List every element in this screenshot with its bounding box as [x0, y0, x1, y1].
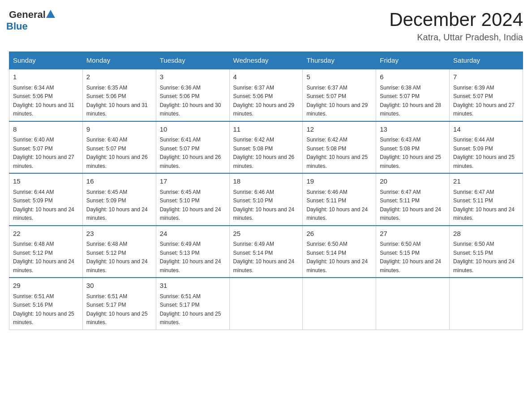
- day-info: Sunrise: 6:50 AMSunset: 5:14 PMDaylight:…: [306, 241, 368, 274]
- calendar-week-row: 29 Sunrise: 6:51 AMSunset: 5:16 PMDaylig…: [9, 278, 523, 330]
- calendar-day-cell: 19 Sunrise: 6:46 AMSunset: 5:11 PMDaylig…: [303, 173, 376, 226]
- calendar-day-cell: 29 Sunrise: 6:51 AMSunset: 5:16 PMDaylig…: [9, 278, 83, 330]
- day-info: Sunrise: 6:47 AMSunset: 5:11 PMDaylight:…: [453, 189, 515, 222]
- day-number: 18: [233, 176, 299, 187]
- day-number: 30: [86, 281, 152, 291]
- day-number: 13: [380, 124, 446, 135]
- day-number: 9: [86, 124, 152, 135]
- calendar-day-cell: 31 Sunrise: 6:51 AMSunset: 5:17 PMDaylig…: [156, 278, 229, 330]
- day-info: Sunrise: 6:50 AMSunset: 5:15 PMDaylight:…: [380, 241, 441, 274]
- calendar-day-cell: 30 Sunrise: 6:51 AMSunset: 5:17 PMDaylig…: [82, 278, 156, 330]
- day-info: Sunrise: 6:40 AMSunset: 5:07 PMDaylight:…: [13, 137, 74, 169]
- day-number: 12: [306, 124, 372, 135]
- day-info: Sunrise: 6:34 AMSunset: 5:06 PMDaylight:…: [13, 85, 74, 117]
- day-info: Sunrise: 6:41 AMSunset: 5:07 PMDaylight:…: [160, 137, 221, 169]
- calendar-day-cell: 5 Sunrise: 6:37 AMSunset: 5:07 PMDayligh…: [303, 69, 376, 121]
- day-number: 11: [233, 124, 299, 135]
- day-info: Sunrise: 6:44 AMSunset: 5:09 PMDaylight:…: [13, 189, 74, 222]
- day-info: Sunrise: 6:51 AMSunset: 5:16 PMDaylight:…: [13, 293, 74, 326]
- calendar-day-cell: 7 Sunrise: 6:39 AMSunset: 5:07 PMDayligh…: [450, 69, 523, 121]
- day-info: Sunrise: 6:42 AMSunset: 5:08 PMDaylight:…: [306, 137, 368, 169]
- page-header: General Blue December 2024 Katra, Uttar …: [9, 9, 523, 43]
- day-info: Sunrise: 6:37 AMSunset: 5:07 PMDaylight:…: [306, 85, 368, 117]
- day-number: 4: [233, 72, 299, 82]
- calendar-day-cell: 17 Sunrise: 6:45 AMSunset: 5:10 PMDaylig…: [156, 173, 229, 226]
- day-info: Sunrise: 6:40 AMSunset: 5:07 PMDaylight:…: [86, 137, 148, 169]
- day-number: 22: [13, 229, 79, 239]
- day-of-week-header: Wednesday: [229, 52, 303, 69]
- calendar-day-cell: 14 Sunrise: 6:44 AMSunset: 5:09 PMDaylig…: [450, 121, 523, 174]
- day-info: Sunrise: 6:47 AMSunset: 5:11 PMDaylight:…: [380, 189, 441, 222]
- day-number: 26: [306, 229, 372, 239]
- day-info: Sunrise: 6:49 AMSunset: 5:13 PMDaylight:…: [160, 241, 221, 274]
- day-number: 16: [86, 176, 152, 187]
- day-info: Sunrise: 6:36 AMSunset: 5:06 PMDaylight:…: [160, 85, 221, 117]
- calendar-day-cell: 3 Sunrise: 6:36 AMSunset: 5:06 PMDayligh…: [156, 69, 229, 121]
- calendar-header-row: SundayMondayTuesdayWednesdayThursdayFrid…: [9, 52, 523, 69]
- day-info: Sunrise: 6:49 AMSunset: 5:14 PMDaylight:…: [233, 241, 295, 274]
- calendar-week-row: 1 Sunrise: 6:34 AMSunset: 5:06 PMDayligh…: [9, 69, 523, 121]
- calendar-day-cell: 18 Sunrise: 6:46 AMSunset: 5:10 PMDaylig…: [229, 173, 303, 226]
- calendar-day-cell: 24 Sunrise: 6:49 AMSunset: 5:13 PMDaylig…: [156, 226, 229, 278]
- calendar-day-cell: 1 Sunrise: 6:34 AMSunset: 5:06 PMDayligh…: [9, 69, 83, 121]
- calendar-day-cell: 16 Sunrise: 6:45 AMSunset: 5:09 PMDaylig…: [82, 173, 156, 226]
- day-of-week-header: Thursday: [303, 52, 376, 69]
- day-info: Sunrise: 6:44 AMSunset: 5:09 PMDaylight:…: [453, 137, 515, 169]
- logo-blue-text: Blue: [6, 21, 56, 32]
- day-number: 28: [453, 229, 519, 239]
- calendar-day-cell: 6 Sunrise: 6:38 AMSunset: 5:07 PMDayligh…: [376, 69, 450, 121]
- day-number: 15: [13, 176, 79, 187]
- day-number: 21: [453, 176, 519, 187]
- svg-marker-0: [46, 10, 55, 18]
- day-of-week-header: Tuesday: [156, 52, 229, 69]
- calendar-day-cell: 13 Sunrise: 6:43 AMSunset: 5:08 PMDaylig…: [376, 121, 450, 174]
- day-number: 24: [160, 229, 226, 239]
- calendar-day-cell: 20 Sunrise: 6:47 AMSunset: 5:11 PMDaylig…: [376, 173, 450, 226]
- day-info: Sunrise: 6:51 AMSunset: 5:17 PMDaylight:…: [86, 293, 148, 326]
- day-info: Sunrise: 6:48 AMSunset: 5:12 PMDaylight:…: [86, 241, 148, 274]
- day-info: Sunrise: 6:51 AMSunset: 5:17 PMDaylight:…: [160, 293, 221, 326]
- day-number: 27: [380, 229, 446, 239]
- day-info: Sunrise: 6:46 AMSunset: 5:10 PMDaylight:…: [233, 189, 295, 222]
- calendar-day-cell: 22 Sunrise: 6:48 AMSunset: 5:12 PMDaylig…: [9, 226, 83, 278]
- calendar-subtitle: Katra, Uttar Pradesh, India: [389, 32, 523, 43]
- day-number: 6: [380, 72, 446, 82]
- day-info: Sunrise: 6:42 AMSunset: 5:08 PMDaylight:…: [233, 137, 295, 169]
- day-number: 1: [13, 72, 79, 82]
- calendar-week-row: 22 Sunrise: 6:48 AMSunset: 5:12 PMDaylig…: [9, 226, 523, 278]
- calendar-day-cell: 15 Sunrise: 6:44 AMSunset: 5:09 PMDaylig…: [9, 173, 83, 226]
- day-number: 17: [160, 176, 226, 187]
- day-number: 23: [86, 229, 152, 239]
- day-number: 2: [86, 72, 152, 82]
- calendar-day-cell: [229, 278, 303, 330]
- day-number: 14: [453, 124, 519, 135]
- logo: General Blue: [9, 9, 56, 32]
- day-number: 7: [453, 72, 519, 82]
- day-info: Sunrise: 6:45 AMSunset: 5:10 PMDaylight:…: [160, 189, 221, 222]
- calendar-day-cell: 26 Sunrise: 6:50 AMSunset: 5:14 PMDaylig…: [303, 226, 376, 278]
- calendar-table: SundayMondayTuesdayWednesdayThursdayFrid…: [9, 51, 523, 330]
- day-number: 10: [160, 124, 226, 135]
- day-info: Sunrise: 6:43 AMSunset: 5:08 PMDaylight:…: [380, 137, 441, 169]
- logo-general-text: General: [9, 9, 46, 21]
- calendar-day-cell: [450, 278, 523, 330]
- day-number: 5: [306, 72, 372, 82]
- day-info: Sunrise: 6:38 AMSunset: 5:07 PMDaylight:…: [380, 85, 441, 117]
- calendar-day-cell: 21 Sunrise: 6:47 AMSunset: 5:11 PMDaylig…: [450, 173, 523, 226]
- calendar-day-cell: 11 Sunrise: 6:42 AMSunset: 5:08 PMDaylig…: [229, 121, 303, 174]
- day-number: 3: [160, 72, 226, 82]
- day-info: Sunrise: 6:50 AMSunset: 5:15 PMDaylight:…: [453, 241, 515, 274]
- day-of-week-header: Saturday: [450, 52, 523, 69]
- calendar-week-row: 8 Sunrise: 6:40 AMSunset: 5:07 PMDayligh…: [9, 121, 523, 174]
- logo-arrow-icon: [46, 9, 56, 21]
- calendar-day-cell: 27 Sunrise: 6:50 AMSunset: 5:15 PMDaylig…: [376, 226, 450, 278]
- calendar-day-cell: 28 Sunrise: 6:50 AMSunset: 5:15 PMDaylig…: [450, 226, 523, 278]
- calendar-week-row: 15 Sunrise: 6:44 AMSunset: 5:09 PMDaylig…: [9, 173, 523, 226]
- day-info: Sunrise: 6:35 AMSunset: 5:06 PMDaylight:…: [86, 85, 148, 117]
- calendar-day-cell: 2 Sunrise: 6:35 AMSunset: 5:06 PMDayligh…: [82, 69, 156, 121]
- calendar-day-cell: [376, 278, 450, 330]
- day-info: Sunrise: 6:45 AMSunset: 5:09 PMDaylight:…: [86, 189, 148, 222]
- calendar-day-cell: 9 Sunrise: 6:40 AMSunset: 5:07 PMDayligh…: [82, 121, 156, 174]
- day-of-week-header: Friday: [376, 52, 450, 69]
- day-info: Sunrise: 6:39 AMSunset: 5:07 PMDaylight:…: [453, 85, 515, 117]
